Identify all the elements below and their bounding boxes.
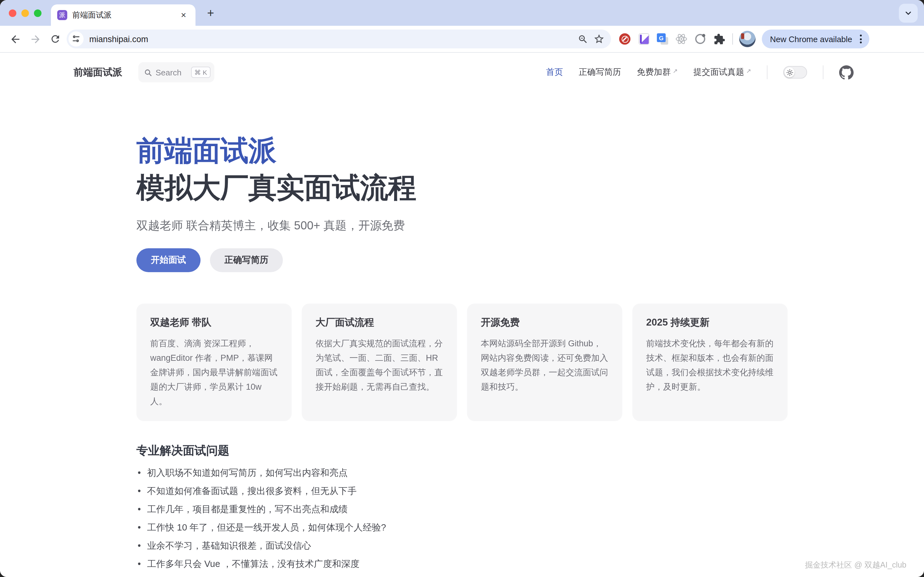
zoom-level-button[interactable]	[574, 31, 591, 47]
search-icon	[144, 68, 152, 76]
proxy-extension-icon[interactable]	[693, 32, 707, 46]
site-nav: 首页 正确写简历 免费加群 ↗ 提交面试真题 ↗	[546, 65, 854, 79]
feature-card-process: 大厂面试流程 依据大厂真实规范的面试流程，分为笔试、一面、二面、三面、HR 面试…	[302, 304, 457, 421]
browser-toolbar: mianshipai.com G	[0, 26, 924, 53]
feature-card-teacher: 双越老师 带队 前百度、滴滴 资深工程师，wangEditor 作者，PMP，慕…	[136, 304, 292, 421]
card-title: 双越老师 带队	[150, 316, 278, 329]
card-title: 大厂面试流程	[316, 316, 443, 329]
write-resume-button[interactable]: 正确写简历	[210, 248, 283, 272]
extension-red-badge-icon[interactable]	[618, 32, 632, 46]
tab-title: 前端面试派	[72, 10, 178, 21]
forward-button[interactable]	[25, 29, 45, 49]
external-link-icon: ↗	[746, 67, 751, 74]
site-header: 前端面试派 Search ⌘ K 首页 正确写简历 免费加群 ↗	[0, 53, 924, 92]
list-item: 业余不学习，基础知识很差，面试没信心	[136, 540, 924, 552]
nav-divider	[823, 65, 823, 79]
hero-actions: 开始面试 正确写简历	[136, 248, 924, 272]
extensions-row: G	[618, 32, 726, 46]
page-content: 前端面试派 Search ⌘ K 首页 正确写简历 免费加群 ↗	[0, 53, 924, 577]
nav-item-resume[interactable]: 正确写简历	[579, 67, 621, 78]
card-title: 开源免费	[481, 316, 608, 329]
react-devtools-icon[interactable]	[674, 32, 688, 46]
sun-icon	[786, 69, 793, 76]
search-input[interactable]: Search ⌘ K	[138, 62, 214, 82]
card-title: 2025 持续更新	[646, 316, 774, 329]
extensions-puzzle-icon[interactable]	[712, 32, 726, 46]
reload-icon	[50, 33, 61, 45]
tab-search-button[interactable]	[899, 3, 918, 22]
theme-toggle[interactable]	[783, 66, 807, 79]
chrome-update-label: New Chrome available	[770, 34, 852, 44]
nav-divider	[767, 65, 768, 79]
kebab-menu-icon[interactable]	[857, 32, 865, 46]
tune-icon	[72, 35, 81, 44]
window-controls	[9, 0, 42, 26]
start-interview-button[interactable]: 开始面试	[136, 248, 200, 272]
chrome-update-button[interactable]: New Chrome available	[762, 29, 869, 48]
browser-tab[interactable]: 派 前端面试派 ✕	[51, 5, 195, 26]
reload-button[interactable]	[45, 29, 65, 49]
url-text: mianshipai.com	[89, 34, 574, 44]
feature-card-updates: 2025 持续更新 前端技术变化快，每年都会有新的技术、框架和版本，也会有新的面…	[632, 304, 788, 421]
search-shortcut-badge: ⌘ K	[191, 67, 210, 78]
nav-item-home[interactable]: 首页	[546, 67, 563, 78]
chevron-down-icon	[904, 8, 913, 17]
card-body: 前百度、滴滴 资深工程师，wangEditor 作者，PMP，慕课网金牌讲师，国…	[150, 336, 278, 409]
site-logo[interactable]: 前端面试派	[74, 66, 122, 79]
fullscreen-window-button[interactable]	[34, 9, 42, 17]
zoom-out-icon	[577, 34, 588, 44]
close-tab-icon[interactable]: ✕	[178, 10, 189, 21]
hero-title-brand: 前端面试派	[136, 132, 924, 169]
site-settings-button[interactable]	[69, 31, 84, 47]
list-item: 不知道如何准备面试题，搜出很多资料，但无从下手	[136, 485, 924, 497]
extension-notebook-icon[interactable]	[637, 32, 651, 46]
github-icon[interactable]	[839, 65, 854, 79]
external-link-icon: ↗	[672, 67, 677, 74]
back-icon	[9, 33, 21, 45]
hero-tagline: 双越老师 联合精英博主，收集 500+ 真题，开源免费	[136, 218, 924, 233]
list-item: 工作快 10 年了，但还是一线开发人员，如何体现个人经验?	[136, 522, 924, 533]
new-tab-button[interactable]: +	[202, 4, 219, 22]
list-item: 工作几年，项目都是重复性的，写不出亮点和成绩	[136, 503, 924, 516]
feature-cards: 双越老师 带队 前百度、滴滴 资深工程师，wangEditor 作者，PMP，慕…	[136, 304, 788, 421]
bookmark-button[interactable]	[591, 31, 607, 47]
profile-avatar[interactable]	[739, 31, 756, 47]
browser-window: 派 前端面试派 ✕ + mianshi	[0, 0, 924, 577]
watermark: 掘金技术社区 @ 双越AI_club	[805, 560, 906, 571]
minimize-window-button[interactable]	[21, 9, 29, 17]
card-body: 前端技术变化快，每年都会有新的技术、框架和版本，也会有新的面试题，我们会根据技术…	[646, 336, 774, 394]
card-body: 依据大厂真实规范的面试流程，分为笔试、一面、二面、三面、HR 面试，全面覆盖每个…	[316, 336, 443, 394]
nav-item-join-group[interactable]: 免费加群 ↗	[637, 67, 677, 78]
close-window-button[interactable]	[9, 9, 16, 17]
address-bar[interactable]: mianshipai.com	[67, 29, 611, 48]
problems-section: 专业解决面试问题 初入职场不知道如何写简历，如何写出内容和亮点 不知道如何准备面…	[136, 443, 924, 577]
back-button[interactable]	[5, 29, 25, 49]
search-placeholder: Search	[156, 68, 181, 77]
tab-strip: 派 前端面试派 ✕ +	[0, 0, 924, 26]
tab-favicon: 派	[57, 10, 67, 20]
google-translate-icon[interactable]: G	[656, 32, 669, 46]
theme-toggle-knob	[784, 67, 795, 77]
problems-heading: 专业解决面试问题	[136, 443, 924, 458]
nav-item-submit-questions[interactable]: 提交面试真题 ↗	[693, 67, 751, 78]
list-item: 初入职场不知道如何写简历，如何写出内容和亮点	[136, 467, 924, 479]
hero-title: 前端面试派 模拟大厂真实面试流程	[136, 132, 924, 206]
hero-section: 前端面试派 模拟大厂真实面试流程 双越老师 联合精英博主，收集 500+ 真题，…	[136, 132, 924, 272]
hero-title-main: 模拟大厂真实面试流程	[136, 169, 924, 206]
star-icon	[593, 33, 605, 45]
feature-card-opensource: 开源免费 本网站源码全部开源到 Github，网站内容免费阅读，还可免费加入双越…	[467, 304, 622, 421]
toolbar-separator	[732, 33, 733, 45]
forward-icon	[29, 33, 41, 45]
card-body: 本网站源码全部开源到 Github，网站内容免费阅读，还可免费加入双越老师学员群…	[481, 336, 608, 394]
